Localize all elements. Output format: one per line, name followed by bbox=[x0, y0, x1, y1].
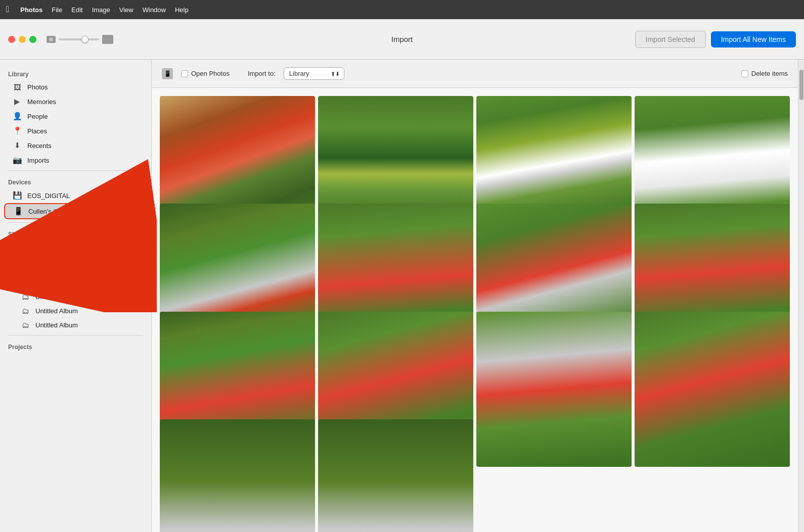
toolbar: ⊞ Import Import Selected Import All New … bbox=[0, 19, 804, 60]
my-albums-triangle-icon: ▼ bbox=[12, 280, 17, 285]
projects-section-header: Projects bbox=[0, 338, 151, 353]
sidebar-untitled-2-label: Untitled Album bbox=[35, 307, 78, 315]
menu-photos[interactable]: Photos bbox=[20, 6, 42, 14]
sidebar-activity-label: Activity bbox=[27, 244, 48, 252]
sidebar-item-untitled-3[interactable]: 🗂 Untitled Album bbox=[4, 318, 147, 332]
sidebar-item-imports[interactable]: 📷 Imports bbox=[4, 153, 147, 167]
menu-view[interactable]: View bbox=[119, 6, 133, 14]
delete-items-checkbox[interactable] bbox=[741, 70, 748, 77]
divider-2 bbox=[8, 222, 143, 223]
thumbnail-slider-thumb[interactable] bbox=[81, 36, 88, 43]
device-thumbnail-icon: 📱 bbox=[162, 68, 173, 79]
divider-3 bbox=[8, 258, 143, 258]
content-area: 📱 Open Photos Import to: Library ⬆⬇ Dele… bbox=[152, 60, 798, 532]
iphone-icon: 📱 bbox=[13, 207, 23, 216]
photos-icon: 🖼 bbox=[12, 83, 22, 91]
sidebar-eos-label: EOS_DIGITAL bbox=[27, 192, 70, 200]
sidebar: Library 🖼 Photos ▶ Memories 👤 People 📍 P… bbox=[0, 60, 152, 532]
sidebar-recents-label: Recents bbox=[27, 142, 52, 150]
eos-icon: 💾 bbox=[12, 191, 22, 200]
menu-edit[interactable]: Edit bbox=[71, 6, 82, 14]
import-selected-button[interactable]: Import Selected bbox=[635, 31, 706, 48]
divider-4 bbox=[8, 335, 143, 335]
sidebar-item-my-albums[interactable]: ▼ 🗂 My Albums bbox=[4, 276, 147, 289]
sidebar-item-eos-digital[interactable]: 💾 EOS_DIGITAL ⏏ bbox=[4, 188, 147, 203]
delete-items-label[interactable]: Delete items bbox=[741, 70, 788, 77]
sidebar-places-label: Places bbox=[27, 127, 47, 135]
memories-icon: ▶ bbox=[12, 97, 22, 106]
close-button[interactable] bbox=[8, 36, 15, 43]
thumbnail-size-slider-area: ⊞ bbox=[47, 35, 113, 44]
recents-icon: ⬇ bbox=[12, 141, 22, 150]
menu-bar:  Photos File Edit Image View Window Hel… bbox=[0, 0, 804, 19]
sidebar-item-recents[interactable]: ⬇ Recents bbox=[4, 138, 147, 153]
open-photos-checkbox[interactable] bbox=[181, 70, 188, 77]
photo-cell-13[interactable] bbox=[318, 419, 473, 532]
album-1-icon: 🗂 bbox=[20, 293, 30, 301]
import-to-text: Import to: bbox=[248, 70, 276, 77]
my-albums-folder-icon: 🗂 bbox=[22, 278, 32, 287]
sidebar-memories-label: Memories bbox=[27, 98, 56, 106]
shared-section-header: Shared bbox=[0, 226, 151, 240]
menu-window[interactable]: Window bbox=[143, 6, 166, 14]
sidebar-untitled-1-label: Untitled Album bbox=[35, 293, 78, 301]
places-icon: 📍 bbox=[12, 126, 22, 135]
menu-help[interactable]: Help bbox=[175, 6, 189, 14]
sidebar-iphone-label: Cullen's iPhone 11 Pro bbox=[28, 208, 95, 215]
album-3-icon: 🗂 bbox=[20, 321, 30, 329]
delete-items-text: Delete items bbox=[751, 70, 788, 77]
maximize-button[interactable] bbox=[29, 36, 36, 43]
sidebar-photos-label: Photos bbox=[27, 83, 48, 91]
sidebar-item-photos[interactable]: 🖼 Photos bbox=[4, 80, 147, 94]
open-photos-label: Open Photos bbox=[191, 70, 230, 77]
sidebar-item-activity[interactable]: ☁ Activity bbox=[4, 240, 147, 255]
sidebar-untitled-3-label: Untitled Album bbox=[35, 321, 78, 329]
divider-1 bbox=[8, 170, 143, 171]
open-photos-checkbox-label[interactable]: Open Photos bbox=[181, 70, 230, 77]
thumbnail-small-icon: ⊞ bbox=[47, 36, 56, 43]
imports-icon: 📷 bbox=[12, 156, 22, 165]
scrollbar-thumb[interactable] bbox=[799, 70, 803, 100]
photo-cell-11[interactable] bbox=[635, 312, 790, 467]
scrollbar[interactable] bbox=[798, 60, 804, 532]
sidebar-item-iphone[interactable]: 📱 Cullen's iPhone 11 Pro bbox=[4, 203, 147, 219]
thumbnail-large-icon bbox=[102, 35, 113, 44]
people-icon: 👤 bbox=[12, 112, 22, 121]
sidebar-imports-label: Imports bbox=[27, 157, 49, 164]
import-to-dropdown[interactable]: Library ⬆⬇ bbox=[284, 67, 344, 80]
albums-section-header: Albums bbox=[0, 261, 151, 275]
photo-cell-12[interactable] bbox=[160, 419, 315, 532]
sidebar-item-untitled-2[interactable]: 🗂 Untitled Album bbox=[4, 304, 147, 318]
thumbnail-slider-track[interactable] bbox=[59, 38, 99, 40]
sidebar-my-albums-label: My Albums bbox=[37, 279, 70, 286]
traffic-lights bbox=[8, 36, 36, 43]
sidebar-item-memories[interactable]: ▶ Memories bbox=[4, 94, 147, 109]
sidebar-item-places[interactable]: 📍 Places bbox=[4, 124, 147, 138]
sidebar-people-label: People bbox=[27, 113, 48, 120]
toolbar-actions: Import Selected Import All New Items bbox=[635, 31, 796, 48]
main-layout: Library 🖼 Photos ▶ Memories 👤 People 📍 P… bbox=[0, 60, 804, 532]
library-section-header: Library bbox=[0, 66, 151, 80]
sidebar-item-people[interactable]: 👤 People bbox=[4, 109, 147, 123]
menu-image[interactable]: Image bbox=[92, 6, 110, 14]
album-2-icon: 🗂 bbox=[20, 307, 30, 315]
import-to-select-container[interactable]: Library ⬆⬇ bbox=[284, 67, 344, 80]
sidebar-item-untitled-1[interactable]: 🗂 Untitled Album bbox=[4, 290, 147, 304]
eject-eos-icon[interactable]: ⏏ bbox=[132, 191, 139, 200]
content-toolbar: 📱 Open Photos Import to: Library ⬆⬇ Dele… bbox=[152, 60, 798, 88]
activity-icon: ☁ bbox=[12, 243, 22, 252]
import-all-button[interactable]: Import All New Items bbox=[711, 31, 796, 47]
toolbar-title: Import bbox=[391, 35, 413, 43]
devices-section-header: Devices bbox=[0, 174, 151, 188]
photo-grid bbox=[152, 88, 798, 532]
minimize-button[interactable] bbox=[19, 36, 26, 43]
menu-file[interactable]: File bbox=[52, 6, 62, 14]
apple-menu[interactable]:  bbox=[6, 5, 9, 15]
photo-cell-10[interactable] bbox=[476, 312, 632, 467]
